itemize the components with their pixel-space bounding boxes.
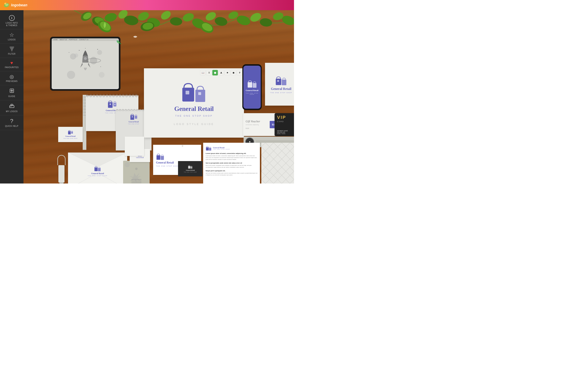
butterfly-decoration: 🦋 <box>293 40 294 44</box>
svg-rect-67 <box>276 78 281 85</box>
pattern-card-svg <box>261 143 294 184</box>
card-right-logo-icon <box>275 75 287 86</box>
question-icon: ? <box>10 118 13 124</box>
svg-rect-79 <box>131 179 141 180</box>
sidebar-item-logo-info[interactable]: ℹ LOGO INFO& THEMES <box>0 12 24 29</box>
sidebar-label-filter: FILTER <box>8 53 16 55</box>
toolbar-info-btn[interactable]: ℹ <box>206 70 212 75</box>
vip-title: VIP <box>277 115 286 120</box>
svg-rect-81 <box>131 182 141 183</box>
notebook-small-logo-icon <box>130 113 138 120</box>
sidebar-item-previews[interactable]: ◎ PREVIEWS <box>0 71 24 85</box>
doc-section2-text: Nemo enim ipsam voluptatem quia voluptas… <box>206 165 258 168</box>
phone-mockup: General Retail THE ONE STOP SHOP <box>242 64 262 110</box>
envelope-logo-icon <box>94 166 101 172</box>
logobean-leaf-icon <box>3 2 10 8</box>
card-right-tagline: THE ONE STOP SHOP <box>270 92 292 93</box>
sidebar-item-favourites[interactable]: ♥ FAVOURITES <box>0 58 24 71</box>
toolbar-help-btn[interactable]: ? <box>237 70 242 75</box>
svg-rect-68 <box>277 80 279 82</box>
guide-brand-name: General Retail <box>174 105 214 113</box>
toolbar-star-btn[interactable]: ★ <box>225 70 230 75</box>
guide-toolbar[interactable]: 📖 ℹ ⬤ A ★ ◉ ? <box>200 70 242 75</box>
toolbar-circle-btn[interactable]: ⬤ <box>212 70 218 75</box>
svg-point-7 <box>11 105 12 106</box>
sticker-mockup <box>123 161 150 184</box>
vip-member-number: 000-000-000 <box>277 132 294 133</box>
vip-subtitle: CARD <box>277 120 294 123</box>
toolbar-book-btn[interactable]: 📖 <box>200 70 206 75</box>
svg-rect-56 <box>130 115 134 120</box>
svg-rect-88 <box>190 166 192 169</box>
eye-icon: ◎ <box>9 74 14 79</box>
spiral-icon <box>86 94 138 97</box>
sidebar-label-previews: PREVIEWS <box>6 80 17 83</box>
svg-rect-86 <box>261 143 294 184</box>
svg-point-39 <box>97 50 102 55</box>
rocket-illustration <box>65 44 106 85</box>
vip-card: VIP CARD MEMBER NAME 000-000-000 01/01 /… <box>275 113 294 136</box>
sidebar-label-logos: LOGOS <box>8 39 16 41</box>
sidebar-label-favourites: FAVOURITES <box>5 66 19 69</box>
dark-biz-card: General Retail THE ONE STOP SHOP <box>178 161 203 176</box>
sidebar: ℹ LOGO INFO& THEMES ☆ LOGOS FILTER ♥ FAV… <box>0 10 24 184</box>
usb-drive <box>57 155 66 184</box>
vip-member-label: MEMBER NAME <box>277 130 294 132</box>
tablet-nav-portfolio: PORTFOLIO <box>69 39 77 40</box>
biz-card-brand-name: General Retail <box>156 161 174 164</box>
biz-card-logo-icon <box>156 153 164 160</box>
pattern-card <box>261 143 294 184</box>
toolbar-eye-btn[interactable]: ◉ <box>231 70 236 75</box>
content-area: HOME ABOUT US PORTFOLIO CONTACT US <box>24 10 294 184</box>
toolbar-font-btn[interactable]: A <box>218 70 224 75</box>
svg-rect-60 <box>71 132 73 133</box>
svg-rect-84 <box>206 147 209 150</box>
guide-icon <box>9 88 15 94</box>
sidebar-item-my-logos[interactable]: MY LOGOS <box>0 100 24 115</box>
sidebar-item-filter[interactable]: FILTER <box>0 44 24 58</box>
sidebar-label-my-logos: MY LOGOS <box>6 110 17 113</box>
doc-section3-title: Neque porro quisquam est. <box>206 170 258 172</box>
svg-rect-73 <box>98 168 101 171</box>
gift-voucher-number: 0123 <box>246 127 268 129</box>
svg-rect-63 <box>195 90 205 102</box>
svg-rect-87 <box>188 166 190 168</box>
svg-rect-53 <box>114 104 115 105</box>
svg-point-78 <box>135 167 138 170</box>
svg-rect-57 <box>132 116 133 117</box>
dark-card-brand-name: General Retail <box>186 169 195 171</box>
sidebar-item-logos[interactable]: ☆ LOGOS <box>0 29 24 44</box>
svg-point-45 <box>69 52 69 53</box>
dark-card-tagline: THE ONE STOP SHOP <box>184 172 197 173</box>
svg-rect-61 <box>182 88 194 101</box>
svg-point-46 <box>100 66 101 67</box>
notebook-small-tagline: THE ONE STOP <box>128 123 139 125</box>
phone-tagline: THE ONE STOP SHOP <box>244 92 260 95</box>
doc-logo-icon <box>206 146 212 151</box>
main-layout: ℹ LOGO INFO& THEMES ☆ LOGOS FILTER ♥ FAV… <box>0 10 294 184</box>
blank-card <box>125 137 144 156</box>
logobean-logo[interactable]: logobean <box>3 2 27 8</box>
tablet-nav-contact: CONTACT US <box>79 39 88 40</box>
logobean-text: logobean <box>11 3 27 7</box>
svg-rect-49 <box>86 94 138 97</box>
name-card-logo-icon <box>68 130 73 135</box>
doc-brand-name: General Retail <box>213 147 230 149</box>
name-card-small: General Retail THE ONE STOP SHOP <box>58 127 83 142</box>
card-right-brand-name: General Retail <box>271 87 291 91</box>
top-bar: logobean <box>0 0 294 10</box>
biz-card-tagline: THE ONE STOP SHOP <box>156 165 179 167</box>
svg-point-41 <box>99 72 104 78</box>
vip-date: 01/01 / 01/01 <box>277 133 294 134</box>
sidebar-label-logo-info: LOGO INFO& THEMES <box>6 22 18 27</box>
svg-rect-85 <box>209 148 211 151</box>
tablet-nav-home: HOME <box>53 39 58 40</box>
svg-rect-58 <box>135 116 137 119</box>
sidebar-item-guide[interactable]: GUIDE <box>0 85 24 100</box>
notebook-small-brand-name: General Retail <box>129 121 139 123</box>
sidebar-label-quick-help: QUICK HELP <box>5 125 18 127</box>
sidebar-item-quick-help[interactable]: ? QUICK HELP <box>0 115 24 130</box>
svg-rect-65 <box>248 82 252 87</box>
name-card-tagline: THE ONE STOP SHOP <box>63 138 78 139</box>
doc-section3-text: sed enim ad minima veniam quis nostrum e… <box>206 172 258 176</box>
